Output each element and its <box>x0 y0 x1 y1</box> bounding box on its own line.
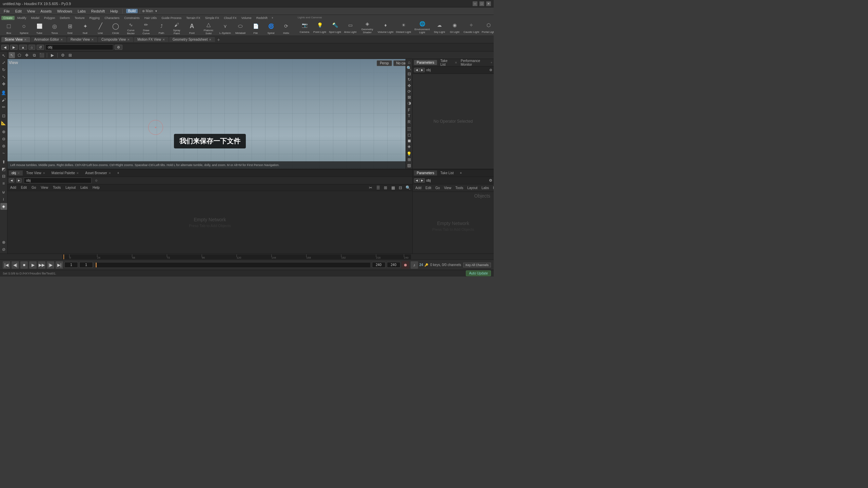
sidebar-handle[interactable]: ✥ <box>0 81 7 87</box>
sidebar-active-tool[interactable]: ◈ <box>0 203 7 210</box>
tab-motion-fx-close[interactable]: ✕ <box>162 38 165 41</box>
vp-display-geo[interactable]: ◑ <box>406 100 413 106</box>
tab-model[interactable]: Model <box>29 16 42 20</box>
sidebar-select[interactable]: ↖ <box>0 52 7 59</box>
ne-icon-5[interactable]: ⊟ <box>397 185 403 191</box>
pb-stop[interactable]: ■ <box>20 261 28 269</box>
tool-helix-btn[interactable]: ⟳ Helix <box>279 21 294 36</box>
sidebar-extrude[interactable]: ⬆ <box>0 159 7 165</box>
menu-view[interactable]: View <box>25 8 38 14</box>
pb-step-back[interactable]: ◀| <box>12 261 19 269</box>
menu-windows[interactable]: Windows <box>55 8 75 14</box>
tool-portal-light-btn[interactable]: ⬡ Portal Light <box>480 20 494 35</box>
sidebar-transform[interactable]: ⤢ <box>0 59 7 66</box>
tab-create[interactable]: Create <box>1 16 15 20</box>
ne-back[interactable]: ◀ <box>9 178 14 183</box>
nrp-menu-go[interactable]: Go <box>434 186 441 190</box>
rpanel-tab-parameters[interactable]: Parameters <box>414 60 437 65</box>
key-all-channels-btn[interactable]: Key All Channels <box>463 263 491 267</box>
ne-tab-material-palette[interactable]: Material Palette ✕ <box>49 170 82 176</box>
path-input[interactable] <box>45 44 113 50</box>
timeline-ruler[interactable]: 0 24 48 72 96 120 144 168 192 216 <box>62 255 411 259</box>
vp-right[interactable]: R <box>406 119 413 124</box>
auto-update-btn[interactable]: Auto Update <box>466 270 491 276</box>
nrp-back[interactable]: ◀ <box>414 178 419 183</box>
nrp-menu-layout[interactable]: Layout <box>466 186 479 190</box>
nrp-menu-labs[interactable]: Labs <box>480 186 490 190</box>
auto-update-button[interactable]: Auto Update <box>466 270 491 276</box>
close-button[interactable]: ✕ <box>486 1 491 6</box>
rpanel-add[interactable]: + <box>491 61 492 64</box>
vp-home[interactable]: ⌂ <box>406 60 413 65</box>
sidebar-rotate[interactable]: ↻ <box>0 66 7 73</box>
tool-box-btn[interactable]: □ Box <box>1 21 16 36</box>
ne-icon-6[interactable]: 🔍 <box>405 185 411 191</box>
nrp-menu-help[interactable]: Help <box>492 186 494 190</box>
tab-render-view-close[interactable]: ✕ <box>91 38 94 41</box>
pb-current-frame[interactable] <box>64 262 78 268</box>
tool-camera-btn[interactable]: 📷 Camera <box>297 20 312 35</box>
vp-display-opts[interactable]: ⊞ <box>67 52 73 58</box>
tab-geometry-spreadsheet-close[interactable]: ✕ <box>209 38 212 41</box>
rp-back[interactable]: ◀ <box>414 68 419 72</box>
tab-simple-fx[interactable]: Simple FX <box>203 16 221 20</box>
nrp-menu-view[interactable]: View <box>442 186 453 190</box>
nrp-tab-parameters[interactable]: Parameters <box>414 170 437 176</box>
tab-constraints[interactable]: Constraints <box>122 16 142 20</box>
pb-audio[interactable]: ♪ <box>411 261 418 269</box>
nrp-menu-tools[interactable]: Tools <box>454 186 465 190</box>
rpanel-tab-take-list[interactable]: Take List <box>438 58 454 67</box>
tab-scene-view-close[interactable]: ✕ <box>24 38 27 41</box>
sidebar-paint[interactable]: 🖌 <box>0 97 7 103</box>
vp-pan[interactable]: ✥ <box>406 83 413 88</box>
vp-light-link[interactable]: 💡 <box>406 151 413 157</box>
tab-geometry-spreadsheet[interactable]: Geometry Spreadsheet ✕ <box>169 37 215 42</box>
tab-hair-utils[interactable]: Hair Utils <box>142 16 159 20</box>
tool-geo-shader-btn[interactable]: ◈ Geometry Shader <box>358 20 376 35</box>
tab-polygon[interactable]: Polygon <box>42 16 57 20</box>
ne-icon-1[interactable]: ✂ <box>368 185 374 191</box>
perspective-dropdown[interactable]: Persp <box>377 60 392 66</box>
tab-terrain-fx[interactable]: Terrain FX <box>184 16 202 20</box>
tl-track[interactable] <box>94 262 371 268</box>
vp-xray[interactable]: ☷ <box>406 126 413 132</box>
tab-animation-editor[interactable]: Animation Editor ✕ <box>31 37 66 42</box>
pb-end-frame[interactable] <box>372 262 386 268</box>
tool-caustic-light-btn[interactable]: ✧ Caustic Light <box>462 20 480 35</box>
tab-cloud-fx[interactable]: Cloud FX <box>222 16 239 20</box>
menu-labs[interactable]: Labs <box>75 8 88 14</box>
tool-spot-light-btn[interactable]: 🔦 Spot Light <box>328 20 342 35</box>
vp-pivot-tool[interactable]: ✥ <box>24 52 30 58</box>
tool-spray-paint-btn[interactable]: 🖌 Spray Paint <box>169 21 184 36</box>
ne-tab-tree-view[interactable]: Tree View ✕ <box>23 170 48 176</box>
tool-metaball-btn[interactable]: ⬭ Metaball <box>233 21 248 36</box>
tab-motion-fx[interactable]: Motion FX View ✕ <box>134 37 169 42</box>
vp-settings[interactable]: ⚙ <box>60 52 66 58</box>
ne-tab-tree-view-close[interactable]: ✕ <box>43 171 45 175</box>
sidebar-measure[interactable]: 📐 <box>0 120 7 126</box>
ne-menu-labs[interactable]: Labs <box>79 185 89 190</box>
rp-options[interactable]: ⚙ <box>489 68 492 72</box>
vp-zoom-in[interactable]: 🔍 <box>406 65 413 71</box>
rp-forward[interactable]: ▶ <box>419 68 425 72</box>
ne-menu-help[interactable]: Help <box>91 185 101 190</box>
vp-solid[interactable]: ◼ <box>406 138 413 143</box>
vp-lasso-tool[interactable]: ⬠ <box>16 52 22 58</box>
nrp-menu-add[interactable]: Add <box>414 186 423 190</box>
tool-distant-light-btn[interactable]: ☀ Distant Light <box>395 20 412 35</box>
sidebar-scale[interactable]: ⤡ <box>0 74 7 80</box>
maximize-button[interactable]: □ <box>479 1 484 6</box>
vp-frame-all[interactable]: ⊠ <box>406 95 413 100</box>
tab-guide-process[interactable]: Guide Process <box>159 16 183 20</box>
tab-modify[interactable]: Modify <box>15 16 28 20</box>
tool-sky-light-btn[interactable]: ☁ Sky Light <box>432 20 447 35</box>
vp-material[interactable]: ◈ <box>406 144 413 149</box>
vp-box-select[interactable]: ⬛ <box>39 52 45 58</box>
pb-record[interactable]: ⏺ <box>402 261 409 269</box>
minimize-button[interactable]: ─ <box>473 1 477 6</box>
ne-tab-asset-browser-close[interactable]: ✕ <box>108 171 111 175</box>
path-up-btn[interactable]: ▲ <box>19 45 27 50</box>
menu-help[interactable]: Help <box>108 8 120 14</box>
ne-tab-material-palette-close[interactable]: ✕ <box>76 171 79 175</box>
tool-torus-btn[interactable]: ◎ Torus <box>47 21 62 36</box>
